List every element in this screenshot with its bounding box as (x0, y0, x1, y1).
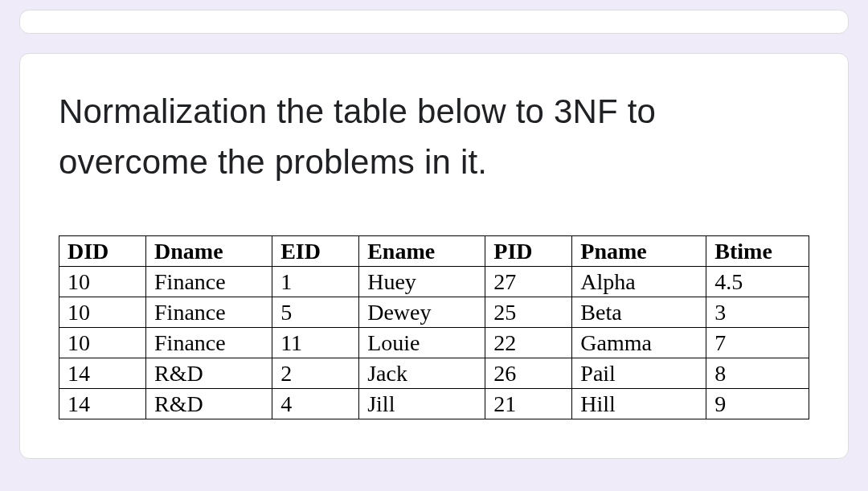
header-eid: EID (272, 236, 359, 267)
cell-eid: 11 (272, 328, 359, 358)
header-btime: Btime (706, 236, 809, 267)
cell-did: 14 (59, 389, 146, 419)
table-row: 10 Finance 11 Louie 22 Gamma 7 (59, 328, 809, 358)
cell-pname: Beta (572, 297, 706, 328)
cell-pname: Hill (572, 389, 706, 419)
cell-dname: Finance (146, 328, 272, 358)
cell-pid: 27 (485, 267, 572, 297)
cell-dname: Finance (146, 297, 272, 328)
cell-pname: Alpha (572, 267, 706, 297)
cell-ename: Dewey (359, 297, 485, 328)
cell-eid: 5 (272, 297, 359, 328)
cell-did: 10 (59, 297, 146, 328)
cell-btime: 7 (706, 328, 809, 358)
cell-btime: 9 (706, 389, 809, 419)
cell-pname: Pail (572, 358, 706, 389)
cell-pid: 22 (485, 328, 572, 358)
cell-ename: Louie (359, 328, 485, 358)
cell-dname: R&D (146, 358, 272, 389)
cell-did: 10 (59, 328, 146, 358)
header-ename: Ename (359, 236, 485, 267)
question-text: Normalization the table below to 3NF to … (59, 86, 809, 187)
cell-btime: 4.5 (706, 267, 809, 297)
cell-pid: 26 (485, 358, 572, 389)
cell-eid: 1 (272, 267, 359, 297)
cell-btime: 8 (706, 358, 809, 389)
table-row: 14 R&D 4 Jill 21 Hill 9 (59, 389, 809, 419)
cell-eid: 4 (272, 389, 359, 419)
cell-eid: 2 (272, 358, 359, 389)
data-table: DID Dname EID Ename PID Pname Btime 10 F… (59, 235, 809, 419)
previous-card-bottom (19, 10, 849, 34)
table-row: 14 R&D 2 Jack 26 Pail 8 (59, 358, 809, 389)
cell-dname: Finance (146, 267, 272, 297)
table-row: 10 Finance 5 Dewey 25 Beta 3 (59, 297, 809, 328)
header-pname: Pname (572, 236, 706, 267)
table-row: 10 Finance 1 Huey 27 Alpha 4.5 (59, 267, 809, 297)
header-did: DID (59, 236, 146, 267)
cell-btime: 3 (706, 297, 809, 328)
cell-ename: Jill (359, 389, 485, 419)
cell-pid: 21 (485, 389, 572, 419)
cell-ename: Jack (359, 358, 485, 389)
table-header-row: DID Dname EID Ename PID Pname Btime (59, 236, 809, 267)
cell-pname: Gamma (572, 328, 706, 358)
question-card: Normalization the table below to 3NF to … (19, 53, 849, 459)
cell-did: 10 (59, 267, 146, 297)
cell-pid: 25 (485, 297, 572, 328)
cell-dname: R&D (146, 389, 272, 419)
header-dname: Dname (146, 236, 272, 267)
cell-did: 14 (59, 358, 146, 389)
header-pid: PID (485, 236, 572, 267)
cell-ename: Huey (359, 267, 485, 297)
